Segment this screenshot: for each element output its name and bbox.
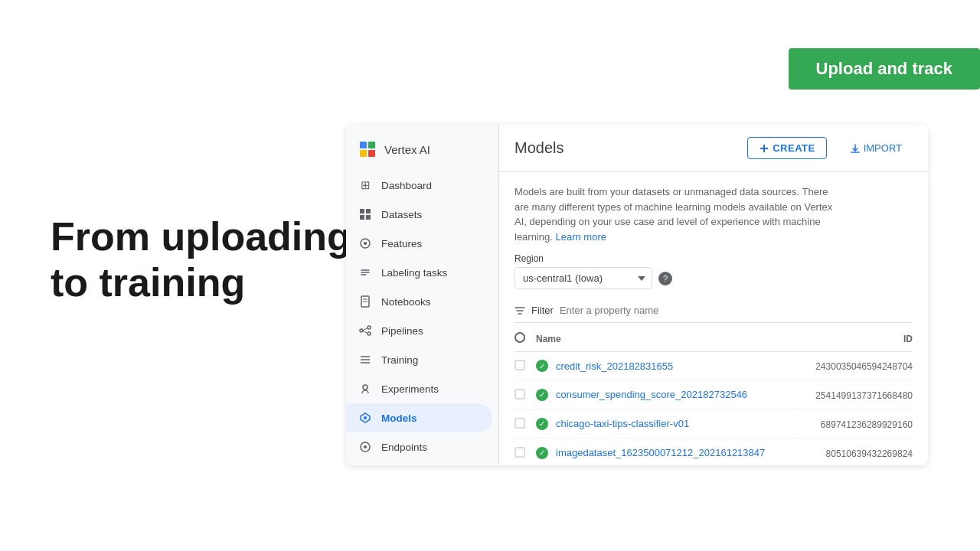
model-name-0[interactable]: credit_risk_202182831655	[556, 360, 673, 372]
create-plus-icon	[759, 143, 769, 154]
svg-point-23	[364, 416, 367, 419]
row-checkbox-cell-1	[514, 381, 536, 410]
sidebar-label-models: Models	[381, 412, 417, 424]
status-dot-1: ✓	[536, 389, 548, 401]
page-title: Models	[514, 139, 735, 157]
sidebar-item-batch-predictions[interactable]: Batch predictions	[346, 461, 492, 465]
main-panel: Vertex AI ⊞ Dashboard Datasets Features …	[346, 125, 928, 465]
row-name-cell-2: ✓chicago-taxi-tips-classifier-v01	[536, 410, 801, 439]
row-id-cell-3: 80510639432269824	[801, 439, 913, 466]
models-table: Name ID ✓credit_risk_2021828316552430035…	[514, 326, 913, 465]
svg-rect-2	[360, 150, 367, 157]
row-checkbox-0[interactable]	[514, 360, 525, 370]
svg-rect-7	[366, 215, 371, 220]
status-check-1: ✓	[539, 390, 545, 399]
table-row: ✓consumer_spending_score_202182732546254…	[514, 381, 913, 410]
region-help-icon[interactable]: ?	[658, 272, 672, 285]
row-checkbox-3[interactable]	[514, 447, 525, 458]
notebooks-icon	[358, 295, 372, 308]
row-name-cell-0: ✓credit_risk_202182831655	[536, 352, 801, 380]
svg-rect-6	[360, 215, 364, 220]
upload-track-button[interactable]: Upload and track	[789, 48, 980, 90]
row-checkbox-2[interactable]	[514, 418, 525, 429]
sidebar-item-notebooks[interactable]: Notebooks	[346, 287, 492, 316]
status-check-3: ✓	[539, 448, 545, 457]
svg-rect-3	[368, 150, 375, 157]
status-dot-3: ✓	[536, 447, 548, 459]
region-label: Region	[514, 253, 913, 264]
model-name-1[interactable]: consumer_spending_score_202182732546	[556, 389, 747, 400]
row-name-cell-3: ✓imagedataset_1623500071212_202161213847	[536, 439, 801, 466]
import-button[interactable]: IMPORT	[839, 138, 913, 158]
sidebar-label-dashboard: Dashboard	[381, 180, 432, 191]
model-name-2[interactable]: chicago-taxi-tips-classifier-v01	[556, 418, 689, 429]
region-select[interactable]: us-central1 (Iowa)	[514, 267, 652, 289]
svg-point-21	[363, 385, 368, 390]
labeling-tasks-icon	[358, 266, 372, 279]
sidebar-label-endpoints: Endpoints	[381, 442, 427, 453]
table-header-checkbox	[514, 326, 536, 352]
row-checkbox-cell-3	[514, 439, 536, 466]
svg-line-17	[363, 331, 368, 334]
sidebar-label-notebooks: Notebooks	[381, 296, 431, 308]
status-dot-0: ✓	[536, 360, 548, 372]
features-icon	[358, 236, 372, 250]
svg-point-25	[364, 445, 367, 448]
svg-rect-5	[366, 209, 371, 214]
row-id-cell-2: 689741236289929160	[801, 410, 913, 439]
vertex-ai-icon	[358, 140, 377, 158]
sidebar: Vertex AI ⊞ Dashboard Datasets Features …	[346, 125, 499, 465]
content-area: Models CREATE IMPORT Models are built fr…	[499, 125, 928, 465]
endpoints-icon	[358, 440, 372, 454]
pipelines-icon	[358, 324, 372, 337]
svg-rect-0	[360, 142, 367, 148]
sidebar-item-features[interactable]: Features	[346, 229, 492, 258]
sidebar-logo: Vertex AI	[346, 125, 498, 171]
sidebar-item-endpoints[interactable]: Endpoints	[346, 432, 492, 461]
svg-point-9	[364, 242, 367, 245]
status-check-2: ✓	[539, 419, 545, 428]
sidebar-label-labeling-tasks: Labeling tasks	[381, 267, 447, 279]
sidebar-label-pipelines: Pipelines	[381, 325, 423, 337]
svg-line-16	[363, 328, 368, 331]
table-row: ✓chicago-taxi-tips-classifier-v016897412…	[514, 410, 913, 439]
sidebar-item-experiments[interactable]: Experiments	[346, 374, 492, 403]
sidebar-label-datasets: Datasets	[381, 209, 422, 220]
table-row: ✓credit_risk_202182831655243003504659424…	[514, 352, 913, 381]
sidebar-item-pipelines[interactable]: Pipelines	[346, 316, 492, 345]
hero-text: From uploading to training	[51, 214, 351, 306]
filter-input[interactable]	[560, 305, 913, 316]
model-name-3[interactable]: imagedataset_1623500071212_202161213847	[556, 447, 765, 458]
filter-icon	[514, 305, 525, 316]
sidebar-label-training: Training	[381, 354, 418, 366]
sidebar-item-models[interactable]: Models	[346, 403, 492, 432]
create-button[interactable]: CREATE	[747, 137, 826, 159]
svg-point-14	[368, 326, 371, 329]
row-checkbox-cell-0	[514, 352, 536, 381]
svg-point-13	[360, 329, 363, 332]
svg-rect-4	[360, 209, 364, 214]
sidebar-label-features: Features	[381, 238, 422, 249]
row-checkbox-cell-2	[514, 410, 536, 439]
content-body: Models are built from your datasets or u…	[499, 172, 928, 465]
row-checkbox-1[interactable]	[514, 389, 525, 399]
models-description: Models are built from your datasets or u…	[514, 184, 836, 244]
sidebar-item-datasets[interactable]: Datasets	[346, 200, 492, 229]
row-name-cell-1: ✓consumer_spending_score_202182732546	[536, 381, 801, 409]
filter-label: Filter	[531, 305, 554, 316]
datasets-icon	[358, 207, 372, 221]
sidebar-item-dashboard[interactable]: ⊞ Dashboard	[346, 171, 492, 200]
region-section: Region us-central1 (Iowa) ?	[514, 253, 913, 289]
content-header: Models CREATE IMPORT	[499, 125, 928, 172]
models-icon	[358, 411, 372, 425]
hero-line1: From uploading	[51, 214, 351, 260]
dashboard-icon: ⊞	[358, 178, 372, 192]
learn-more-link[interactable]: Learn more	[556, 231, 606, 243]
header-checkbox[interactable]	[514, 332, 525, 343]
table-header-name: Name	[536, 326, 801, 352]
status-dot-2: ✓	[536, 418, 548, 430]
sidebar-item-labeling-tasks[interactable]: Labeling tasks	[346, 258, 492, 287]
experiments-icon	[358, 382, 372, 396]
status-check-0: ✓	[539, 362, 545, 370]
sidebar-item-training[interactable]: Training	[346, 345, 492, 374]
